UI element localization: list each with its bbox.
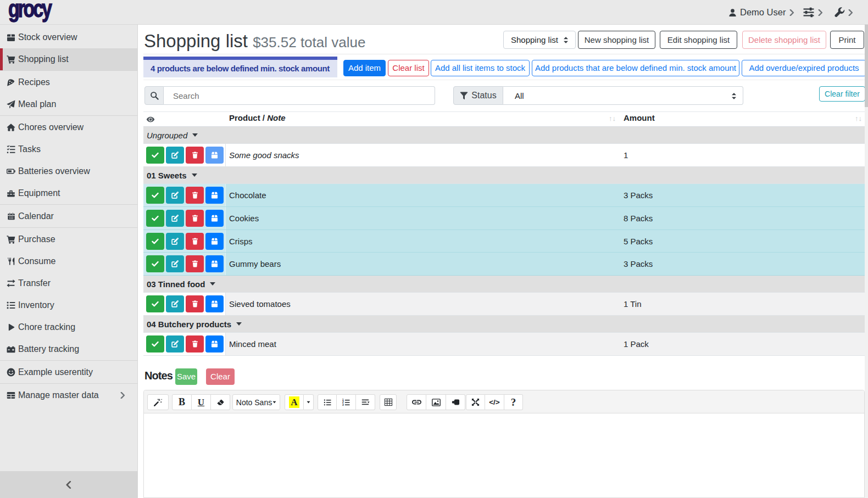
svg-text:3: 3 xyxy=(342,403,344,406)
